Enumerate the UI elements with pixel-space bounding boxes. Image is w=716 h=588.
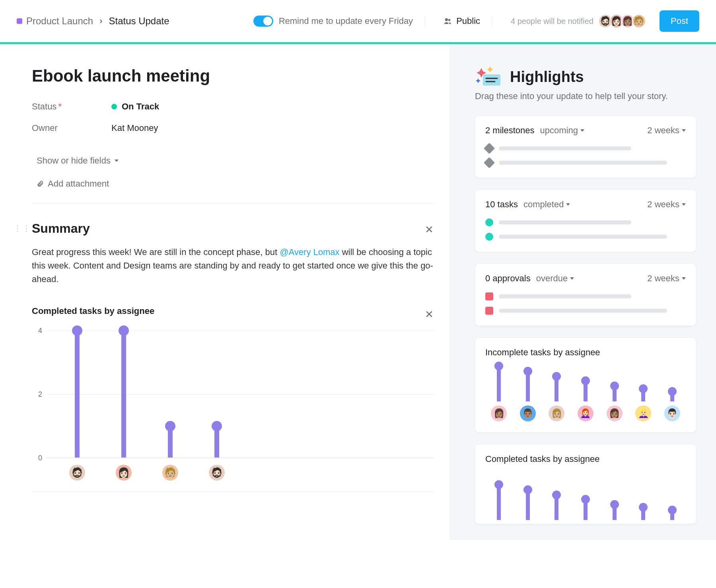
chart-column: 👨🏻 xyxy=(663,390,682,421)
y-tick-label: 2 xyxy=(32,390,42,399)
chart-bar: 🧔🏻 xyxy=(214,426,219,458)
bar-row xyxy=(485,159,686,167)
highlights-icon xyxy=(475,66,503,87)
milestones-card[interactable]: 2 milestones upcoming 2 weeks xyxy=(475,116,696,178)
avatar[interactable]: 👨🏽 xyxy=(520,405,536,421)
approval-icon xyxy=(485,292,493,300)
chart-bar: 🧑🏼 xyxy=(168,426,173,458)
reminder-toggle[interactable] xyxy=(253,16,273,27)
avatar[interactable]: 👩🏻 xyxy=(116,465,132,481)
status-value[interactable]: On Track xyxy=(111,101,159,112)
status-dot-icon xyxy=(111,104,117,109)
chart-section: Completed tasks by assignee ✕ 024🧔🏻👩🏻🧑🏼🧔… xyxy=(32,306,434,492)
show-hide-fields[interactable]: Show or hide fields xyxy=(32,152,123,169)
avatar[interactable]: 🧑🏼 xyxy=(632,14,646,28)
avatar[interactable]: 🧔🏻 xyxy=(209,465,225,481)
tasks-count: 10 tasks xyxy=(485,199,518,210)
mention-link[interactable]: @Avery Lomax xyxy=(280,247,339,257)
avatar[interactable]: 👩🏼 xyxy=(549,405,564,421)
status-label: Status* xyxy=(32,101,111,112)
approvals-filter[interactable]: overdue xyxy=(536,273,574,284)
summary-text[interactable]: Great progress this week! We are still i… xyxy=(32,245,434,286)
highlights-panel: Highlights Drag these into your update t… xyxy=(449,44,716,540)
remove-section-button[interactable]: ✕ xyxy=(425,308,434,321)
avatar[interactable]: 👨🏻 xyxy=(664,405,680,421)
completed-tasks-chart[interactable]: 024🧔🏻👩🏻🧑🏼🧔🏻 xyxy=(32,331,434,482)
approvals-count: 0 approvals xyxy=(485,273,531,284)
chart-column: 👩🏽 xyxy=(489,365,508,421)
completed-chart-title: Completed tasks by assignee xyxy=(485,454,686,464)
chevron-down-icon xyxy=(682,277,686,280)
completed-chart-card[interactable]: Completed tasks by assignee xyxy=(475,444,696,524)
bar-row xyxy=(485,292,686,300)
visibility-selector[interactable]: Public xyxy=(432,16,492,26)
owner-value[interactable]: Kat Mooney xyxy=(111,123,158,133)
tasks-card[interactable]: 10 tasks completed 2 weeks xyxy=(475,190,696,252)
incomplete-chart-card[interactable]: Incomplete tasks by assignee 👩🏽👨🏽👩🏼👩🏻‍🦰👩… xyxy=(475,338,696,432)
milestones-time[interactable]: 2 weeks xyxy=(647,125,686,136)
drag-handle-icon[interactable]: ⋮⋮ xyxy=(14,224,31,233)
chevron-down-icon xyxy=(115,160,119,162)
main-column: Ebook launch meeting Status* On Track Ow… xyxy=(0,44,449,540)
remove-section-button[interactable]: ✕ xyxy=(425,224,434,236)
tasks-filter[interactable]: completed xyxy=(523,199,570,210)
chart-column: 👩🏼 xyxy=(547,375,566,421)
people-icon xyxy=(444,18,452,25)
chart-column xyxy=(634,506,653,520)
bar-row xyxy=(485,233,686,241)
milestone-icon xyxy=(484,143,495,154)
divider xyxy=(32,203,434,204)
reminder-label: Remind me to update every Friday xyxy=(279,16,413,26)
chart-column xyxy=(489,483,508,520)
milestones-filter[interactable]: upcoming xyxy=(540,125,584,136)
chevron-down-icon xyxy=(566,203,570,206)
project-color-dot xyxy=(17,18,22,24)
chart-column xyxy=(547,494,566,520)
bar-row xyxy=(485,218,686,226)
approvals-card[interactable]: 0 approvals overdue 2 weeks xyxy=(475,264,696,326)
avatar[interactable]: 👩🏻‍🦰 xyxy=(578,405,593,421)
chart-column xyxy=(663,509,682,520)
chevron-down-icon xyxy=(682,203,686,206)
notify-group: 4 people will be notified 🧔🏻👩🏻👩🏽🧑🏼 xyxy=(499,14,653,28)
avatar[interactable]: 👱🏻‍♀️ xyxy=(635,405,651,421)
reminder-toggle-group: Remind me to update every Friday xyxy=(253,16,426,27)
add-attachment[interactable]: Add attachment xyxy=(32,175,114,192)
chart-bar: 🧔🏻 xyxy=(75,330,80,458)
incomplete-chart-title: Incomplete tasks by assignee xyxy=(485,347,686,358)
chart-heading: Completed tasks by assignee xyxy=(32,306,434,316)
chevron-down-icon xyxy=(580,129,584,132)
avatar[interactable]: 👩🏽 xyxy=(607,405,623,421)
approval-icon xyxy=(485,307,493,315)
notify-avatars[interactable]: 🧔🏻👩🏻👩🏽🧑🏼 xyxy=(598,14,646,28)
task-icon xyxy=(485,233,493,241)
owner-field: Owner Kat Mooney xyxy=(32,123,434,133)
avatar[interactable]: 🧑🏼 xyxy=(162,465,178,481)
bar-row xyxy=(485,144,686,152)
y-tick-label: 4 xyxy=(32,327,42,335)
svg-rect-0 xyxy=(483,74,500,86)
chart-column: 👩🏽 xyxy=(605,385,624,421)
breadcrumb-parent[interactable]: Product Launch xyxy=(17,16,93,27)
chart-column: 👩🏻‍🦰 xyxy=(576,380,595,421)
chevron-right-icon: › xyxy=(99,16,102,26)
bar-row xyxy=(485,307,686,315)
page-title[interactable]: Ebook launch meeting xyxy=(32,66,434,86)
breadcrumb: Product Launch › Status Update xyxy=(17,16,169,27)
avatar[interactable]: 🧔🏻 xyxy=(69,465,85,481)
paperclip-icon xyxy=(37,180,44,188)
summary-section: ⋮⋮ Summary ✕ Great progress this week! W… xyxy=(32,221,434,286)
status-field: Status* On Track xyxy=(32,101,434,112)
owner-label: Owner xyxy=(32,123,111,133)
milestones-count: 2 milestones xyxy=(485,125,535,136)
avatar[interactable]: 👩🏽 xyxy=(491,405,507,421)
chevron-down-icon xyxy=(570,277,574,280)
tasks-time[interactable]: 2 weeks xyxy=(647,199,686,210)
notify-text: 4 people will be notified xyxy=(511,17,593,26)
chevron-down-icon xyxy=(682,129,686,132)
post-button[interactable]: Post xyxy=(660,10,699,32)
chart-column: 👨🏽 xyxy=(518,370,537,421)
summary-heading: Summary xyxy=(32,221,434,236)
approvals-time[interactable]: 2 weeks xyxy=(647,273,686,284)
breadcrumb-current: Status Update xyxy=(109,16,169,27)
